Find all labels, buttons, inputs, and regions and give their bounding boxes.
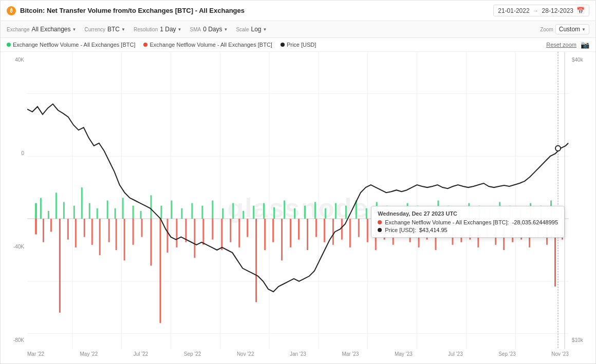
scale-dropdown-arrow: ▼ <box>263 27 267 32</box>
svg-rect-74 <box>59 219 61 313</box>
exchange-select[interactable]: All Exchanges ▼ <box>31 26 76 33</box>
svg-rect-52 <box>376 202 378 219</box>
legend-dot-black <box>281 43 285 47</box>
svg-rect-126 <box>503 219 505 250</box>
svg-rect-40 <box>253 206 254 219</box>
svg-rect-66 <box>519 208 521 219</box>
exchange-label: Exchange <box>7 27 29 32</box>
legend-dot-red <box>143 43 147 47</box>
exchange-value: All Exchanges <box>31 26 70 33</box>
svg-rect-36 <box>212 201 213 219</box>
svg-rect-21 <box>73 206 75 219</box>
x-label-sep23: Sep '23 <box>498 351 516 357</box>
svg-rect-34 <box>191 203 193 219</box>
legend-item-price: Price [USD] <box>281 42 316 48</box>
y-label-right-40k: $40k <box>572 57 592 63</box>
svg-point-135 <box>555 146 561 151</box>
calendar-icon: 📅 <box>576 7 585 14</box>
svg-rect-125 <box>495 219 496 245</box>
svg-rect-94 <box>230 219 231 242</box>
y-label-neg80k: -80K <box>4 337 24 343</box>
currency-select[interactable]: BTC ▼ <box>107 26 125 33</box>
reset-zoom-button[interactable]: Reset zoom <box>546 42 576 48</box>
svg-rect-29 <box>140 211 142 219</box>
header-right: 21-01-2022 → 28-12-2023 📅 <box>493 5 589 16</box>
x-label-nov22: Nov '22 <box>237 351 254 357</box>
svg-rect-88 <box>176 219 177 247</box>
currency-control: Currency BTC ▼ <box>84 26 125 33</box>
svg-rect-33 <box>181 208 182 219</box>
x-label-mar23: Mar '23 <box>342 351 359 357</box>
y-label-40k: 40K <box>4 57 24 63</box>
resolution-label: Resolution <box>134 27 158 32</box>
svg-rect-54 <box>397 211 398 219</box>
camera-icon[interactable]: 📷 <box>581 41 589 49</box>
legend-bar: Exchange Netflow Volume - All Exchanges … <box>1 38 595 52</box>
sma-select[interactable]: 0 Days ▼ <box>203 26 228 33</box>
legend-dot-green <box>7 43 11 47</box>
svg-rect-57 <box>427 208 429 219</box>
svg-rect-83 <box>133 219 134 245</box>
svg-rect-61 <box>468 203 470 219</box>
svg-rect-120 <box>452 219 453 245</box>
svg-rect-96 <box>247 219 248 237</box>
chart-svg <box>27 52 569 349</box>
svg-rect-63 <box>489 208 490 219</box>
zoom-group: Zoom Custom ▼ <box>540 24 589 34</box>
legend-label-price: Price [USD] <box>287 42 316 48</box>
svg-rect-76 <box>75 219 77 247</box>
svg-rect-115 <box>409 219 411 242</box>
svg-rect-44 <box>294 208 295 219</box>
svg-rect-118 <box>435 219 436 250</box>
svg-rect-131 <box>546 219 548 245</box>
svg-rect-103 <box>307 219 308 250</box>
x-label-nov23: Nov '23 <box>551 351 569 357</box>
svg-rect-47 <box>325 208 326 219</box>
resolution-select[interactable]: 1 Day ▼ <box>160 26 181 33</box>
svg-rect-84 <box>141 219 143 237</box>
legend-label-green: Exchange Netflow Volume - All Exchanges … <box>13 42 135 48</box>
svg-rect-127 <box>512 219 513 242</box>
currency-label: Currency <box>84 27 105 32</box>
legend-actions: Reset zoom 📷 <box>546 41 589 49</box>
svg-rect-26 <box>115 208 116 219</box>
legend-label-red: Exchange Netflow Volume - All Exchanges … <box>150 42 272 48</box>
svg-rect-77 <box>84 219 85 237</box>
svg-rect-106 <box>332 219 334 245</box>
y-label-right-10k: $10k <box>572 337 592 343</box>
header-left: ₿ Bitcoin: Net Transfer Volume from/to E… <box>7 6 245 15</box>
svg-rect-110 <box>367 219 368 242</box>
svg-rect-124 <box>486 219 488 237</box>
svg-rect-105 <box>324 219 325 242</box>
svg-rect-85 <box>151 219 152 265</box>
svg-rect-78 <box>91 219 93 245</box>
x-axis: Mar '22 May '22 Jul '22 Sep '22 Nov '22 … <box>27 349 569 363</box>
resolution-dropdown-arrow: ▼ <box>178 27 182 32</box>
main-container: ₿ Bitcoin: Net Transfer Volume from/to E… <box>0 0 596 364</box>
svg-rect-30 <box>151 195 152 219</box>
svg-rect-81 <box>116 219 117 250</box>
bitcoin-icon: ₿ <box>7 6 16 15</box>
svg-rect-48 <box>335 203 337 219</box>
y-label-0: 0 <box>4 150 24 156</box>
resolution-control: Resolution 1 Day ▼ <box>134 26 182 33</box>
svg-rect-98 <box>264 219 266 250</box>
svg-rect-25 <box>107 201 108 219</box>
svg-rect-119 <box>443 219 445 237</box>
x-label-jul23: Jul '23 <box>448 351 463 357</box>
legend-item-red: Exchange Netflow Volume - All Exchanges … <box>143 42 272 48</box>
sma-value: 0 Days <box>203 26 222 33</box>
currency-value: BTC <box>107 26 120 33</box>
zoom-value: Custom <box>559 26 580 33</box>
svg-rect-41 <box>263 203 265 219</box>
scale-select[interactable]: Log ▼ <box>251 26 267 33</box>
date-range[interactable]: 21-01-2022 → 28-12-2023 📅 <box>493 5 589 16</box>
svg-rect-67 <box>530 203 531 219</box>
svg-rect-80 <box>108 219 110 242</box>
svg-rect-122 <box>469 219 471 240</box>
svg-rect-123 <box>477 219 479 247</box>
zoom-select[interactable]: Custom ▼ <box>555 24 589 34</box>
svg-rect-60 <box>458 209 459 219</box>
svg-rect-28 <box>133 206 134 219</box>
chart-svg-container <box>27 52 569 349</box>
